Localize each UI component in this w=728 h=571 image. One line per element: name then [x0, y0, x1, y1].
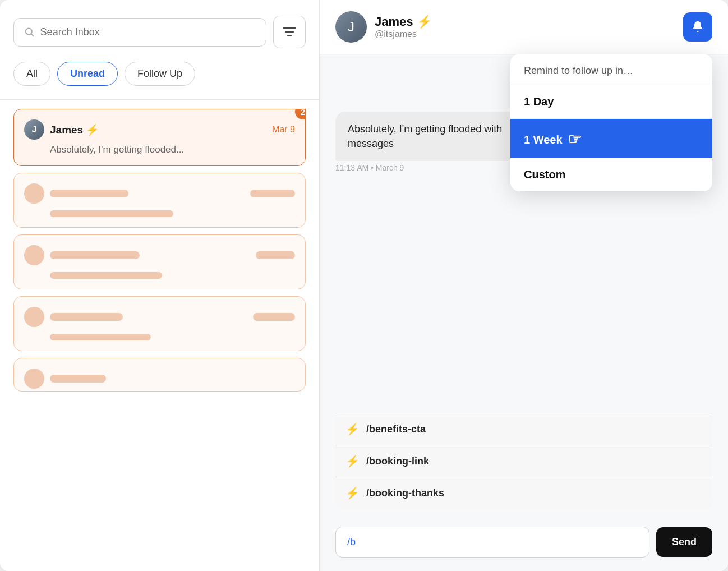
svg-line-1: [31, 34, 34, 36]
filter-tabs: All Unread Follow Up: [13, 62, 306, 86]
skel-name-1: [50, 190, 128, 197]
search-icon: [24, 26, 35, 38]
avatar: J: [24, 119, 44, 140]
skel-name-4: [50, 375, 106, 383]
skeleton-item-1[interactable]: [13, 173, 306, 228]
skel-preview-2: [50, 272, 162, 279]
bell-icon: [691, 20, 704, 34]
reminder-option-1day[interactable]: 1 Day: [510, 85, 712, 119]
skel-date-1: [250, 190, 295, 197]
chat-input-row: Send: [320, 518, 728, 571]
reminder-dropdown: Remind to follow up in… 1 Day 1 Week ☞ C…: [510, 54, 712, 191]
unread-badge: 2: [295, 109, 306, 119]
shortcuts-panel: ⚡ /benefits-cta ⚡ /booking-link ⚡ /booki…: [335, 413, 712, 509]
reminder-1week-label: 1 Week: [524, 133, 563, 146]
inbox-item-name: James ⚡: [50, 123, 99, 136]
divider: [0, 99, 319, 100]
cursor-icon: ☞: [568, 130, 582, 149]
shortcut-label-2: /booking-link: [366, 455, 429, 467]
inbox-list: 2 J James ⚡ Mar 9 Absolutely, I'm gettin…: [13, 109, 306, 392]
chat-contact-handle: @itsjames: [375, 29, 675, 39]
notification-button[interactable]: [683, 12, 712, 42]
chat-header-info: James ⚡ @itsjames: [375, 15, 675, 39]
send-button[interactable]: Send: [656, 527, 712, 557]
search-input[interactable]: [40, 26, 256, 38]
skel-date-3: [253, 313, 295, 321]
inbox-item-date: Mar 9: [272, 125, 295, 135]
skel-avatar-1: [24, 183, 44, 204]
shortcut-benefits-cta[interactable]: ⚡ /benefits-cta: [335, 413, 712, 445]
partial-item[interactable]: [13, 358, 306, 392]
right-panel: J James ⚡ @itsjames Hey James we spoke w…: [320, 0, 728, 571]
skel-avatar-4: [24, 369, 44, 389]
bolt-icon-2: ⚡: [345, 454, 360, 468]
chat-avatar: J: [335, 11, 367, 43]
skel-date-2: [256, 251, 295, 259]
chat-header: J James ⚡ @itsjames: [320, 0, 728, 54]
tab-unread[interactable]: Unread: [57, 62, 118, 86]
search-row: [13, 16, 306, 48]
tab-all[interactable]: All: [13, 62, 50, 86]
skeleton-item-2[interactable]: [13, 234, 306, 289]
skeleton-item-3[interactable]: [13, 296, 306, 351]
chat-contact-name: James ⚡: [375, 15, 675, 29]
skel-preview-1: [50, 210, 173, 217]
reminder-option-custom[interactable]: Custom: [510, 158, 712, 191]
left-panel: All Unread Follow Up 2 J James ⚡ Mar 9: [0, 0, 320, 571]
bolt-icon-3: ⚡: [345, 486, 360, 500]
tab-followup[interactable]: Follow Up: [125, 62, 195, 86]
skel-avatar-2: [24, 245, 44, 265]
app-container: All Unread Follow Up 2 J James ⚡ Mar 9: [0, 0, 728, 571]
shortcut-booking-link[interactable]: ⚡ /booking-link: [335, 445, 712, 477]
reminder-title: Remind to follow up in…: [510, 54, 712, 85]
skel-preview-3: [50, 334, 151, 340]
chat-input[interactable]: [335, 527, 649, 558]
inbox-item-preview: Absolutely, I'm getting flooded...: [50, 144, 295, 155]
inbox-item-left: J James ⚡: [24, 119, 99, 140]
skel-avatar-3: [24, 307, 44, 327]
skel-name-3: [50, 313, 123, 321]
filter-button[interactable]: [273, 16, 306, 48]
shortcut-label-3: /booking-thanks: [366, 487, 444, 499]
search-input-wrap[interactable]: [13, 18, 266, 47]
shortcut-booking-thanks[interactable]: ⚡ /booking-thanks: [335, 477, 712, 509]
inbox-item-james[interactable]: 2 J James ⚡ Mar 9 Absolutely, I'm gettin…: [13, 109, 306, 166]
inbox-item-header: J James ⚡ Mar 9: [24, 119, 295, 140]
skel-name-2: [50, 251, 140, 259]
filter-icon: [282, 26, 297, 38]
reminder-option-1week[interactable]: 1 Week ☞: [510, 119, 712, 158]
shortcut-label-1: /benefits-cta: [366, 423, 426, 435]
bolt-icon-1: ⚡: [345, 422, 360, 436]
